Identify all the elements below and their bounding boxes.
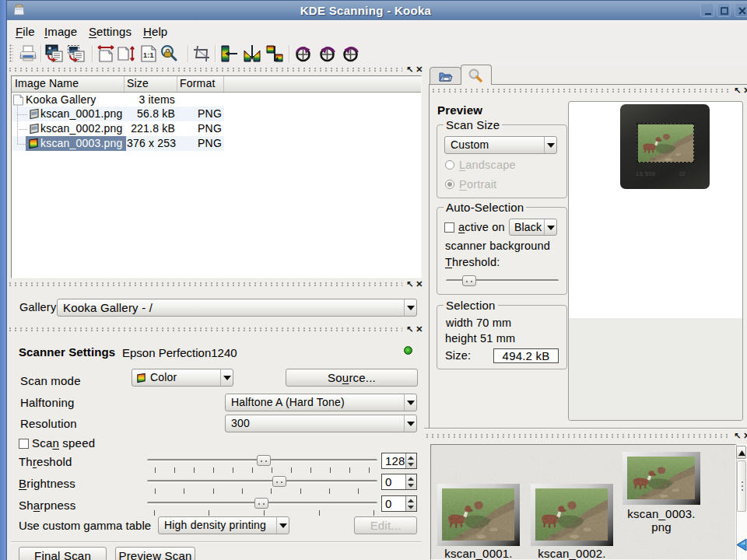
svg-text:1:1: 1:1 [143,51,154,59]
